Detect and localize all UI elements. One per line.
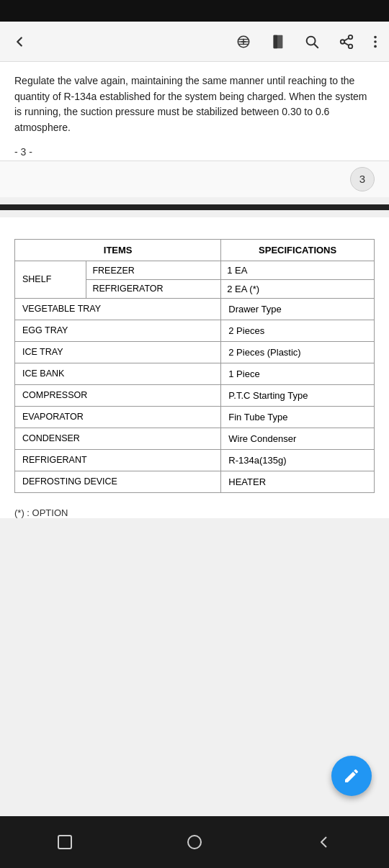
table-section: ITEMS SPECIFICATIONS SHELF FREEZER REFRI… — [0, 239, 389, 500]
table-row: ICE TRAY 2 Pieces (Plastic) — [15, 341, 375, 363]
back-triangle-nav-button[interactable] — [301, 828, 347, 856]
thick-divider — [0, 204, 389, 210]
refrigerant-label: REFRIGERANT — [15, 449, 221, 471]
more-options-button[interactable] — [370, 31, 380, 53]
nav-bar — [0, 22, 389, 62]
ice-bank-spec: 1 Piece — [221, 363, 375, 384]
table-row: FREEZER — [86, 262, 220, 280]
table-row: CONDENSER Wire Condenser — [15, 428, 375, 449]
page-number-circle: 3 — [350, 167, 375, 191]
nav-icons — [232, 31, 380, 53]
refrigerant-spec: R-134a(135g) — [221, 449, 375, 471]
main-paragraph: Regulate the valve again, maintaining th… — [14, 73, 375, 136]
svg-point-15 — [374, 45, 377, 48]
option-note-text: (*) : OPTION — [14, 507, 68, 518]
table-row: ICE BANK 1 Piece — [15, 363, 375, 384]
ice-tray-spec: 2 Pieces (Plastic) — [221, 341, 375, 363]
page-number: 3 — [359, 173, 365, 185]
evaporator-label: EVAPORATOR — [15, 406, 221, 428]
compressor-label: COMPRESSOR — [15, 384, 221, 406]
spacer — [0, 217, 389, 239]
svg-line-7 — [314, 44, 318, 48]
specs-table: ITEMS SPECIFICATIONS SHELF FREEZER REFRI… — [14, 239, 375, 493]
svg-line-12 — [344, 37, 349, 40]
table-row: REFRIGERATOR — [86, 279, 220, 297]
svg-rect-16 — [58, 836, 71, 849]
back-button[interactable] — [9, 31, 30, 53]
dash-line: - 3 - — [0, 143, 389, 161]
svg-rect-5 — [274, 35, 278, 48]
svg-line-11 — [344, 42, 349, 45]
ice-bank-label: ICE BANK — [15, 363, 221, 384]
bookmark-button[interactable] — [268, 31, 288, 53]
vegetable-tray-spec: Drawer Type — [221, 298, 375, 320]
svg-point-14 — [374, 40, 377, 43]
ice-tray-label: ICE TRAY — [15, 341, 221, 363]
table-row: REFRIGERANT R-134a(135g) — [15, 449, 375, 471]
egg-tray-label: EGG TRAY — [15, 320, 221, 341]
edit-icon — [343, 767, 360, 785]
specifications-header: SPECIFICATIONS — [221, 239, 375, 261]
svg-point-17 — [188, 836, 201, 849]
content-area: Regulate the valve again, maintaining th… — [0, 62, 389, 143]
compressor-spec: P.T.C Starting Type — [221, 384, 375, 406]
egg-tray-spec: 2 Pieces — [221, 320, 375, 341]
table-row: VEGETABLE TRAY Drawer Type — [15, 298, 375, 320]
table-row: DEFROSTING DEVICE HEATER — [15, 471, 375, 492]
evaporator-spec: Fin Tube Type — [221, 406, 375, 428]
condenser-spec: Wire Condenser — [221, 428, 375, 449]
table-row: 2 EA (*) — [221, 279, 374, 298]
items-header: ITEMS — [15, 239, 221, 261]
table-row: SHELF FREEZER REFRIGERATOR 1 EA — [15, 261, 375, 298]
table-row: COMPRESSOR P.T.C Starting Type — [15, 384, 375, 406]
defrosting-device-label: DEFROSTING DEVICE — [15, 471, 221, 492]
status-bar — [0, 0, 389, 22]
shelf-sub-items: FREEZER REFRIGERATOR — [86, 261, 221, 298]
edit-fab-button[interactable] — [331, 756, 372, 796]
square-nav-button[interactable] — [42, 828, 88, 856]
vegetable-tray-label: VEGETABLE TRAY — [15, 298, 221, 320]
share-button[interactable] — [336, 31, 357, 53]
freezer-spec: 1 EA — [221, 261, 374, 280]
condenser-label: CONDENSER — [15, 428, 221, 449]
freezer-label: FREEZER — [86, 262, 220, 280]
table-row: EVAPORATOR Fin Tube Type — [15, 406, 375, 428]
shelf-specs: 1 EA 2 EA (*) — [221, 261, 375, 298]
table-row: 1 EA — [221, 261, 374, 280]
defrosting-device-spec: HEATER — [221, 471, 375, 492]
shelf-label: SHELF — [15, 261, 86, 298]
text-format-button[interactable] — [232, 31, 255, 53]
refrigerator-spec: 2 EA (*) — [221, 279, 374, 298]
svg-point-13 — [374, 35, 377, 38]
page-number-area: 3 — [0, 161, 389, 197]
table-row: EGG TRAY 2 Pieces — [15, 320, 375, 341]
circle-nav-button[interactable] — [171, 828, 218, 856]
option-note: (*) : OPTION — [0, 500, 389, 518]
bottom-nav — [0, 816, 389, 868]
refrigerator-label: REFRIGERATOR — [86, 279, 220, 297]
search-button[interactable] — [301, 31, 323, 53]
